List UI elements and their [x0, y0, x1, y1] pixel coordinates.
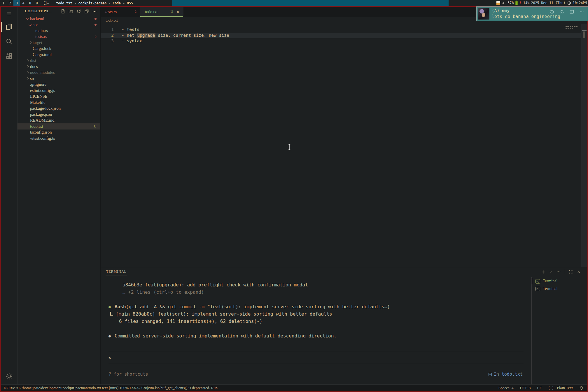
- sync-icon[interactable]: [559, 9, 564, 14]
- new-folder-icon[interactable]: [69, 9, 73, 14]
- line-number-active: 2: [101, 33, 114, 38]
- tray-thumbnail-icon: [496, 1, 500, 5]
- explorer-icon[interactable]: [1, 20, 17, 34]
- system-bar: 1 2 3 4 8 9 []= todo.txt - cockpit-pacma…: [0, 0, 588, 6]
- system-status: 57% ! 14% 2025 Dec 11 (Thu) 10:24PM: [496, 0, 587, 6]
- tab-problem-badge: 2: [135, 10, 136, 14]
- editor[interactable]: 1 - tests 2 - net upgrade size, current …: [101, 24, 587, 267]
- terminal-output[interactable]: a846b3e feat(upgrade): add preflight che…: [101, 277, 531, 384]
- tree-item-eslint-config[interactable]: eslint.config.js: [18, 88, 100, 94]
- tool-bullet-icon: ●: [108, 303, 115, 310]
- terminal-tab[interactable]: TERMINAL: [106, 268, 127, 276]
- chevron-right-icon: [27, 42, 33, 44]
- tree-item-package-json[interactable]: package.json: [18, 111, 100, 118]
- tree-item-src-root[interactable]: src: [18, 76, 100, 82]
- call-overlay[interactable]: (A) emy lets do banana engineering: [476, 6, 588, 21]
- terminal-assistant-message: ●Committed server-side sorting implement…: [108, 332, 531, 340]
- caller-message: lets do banana engineering: [492, 14, 560, 20]
- search-icon[interactable]: [1, 34, 17, 49]
- vscode-window: COCKPIT-PA... backend src main.rs tests.…: [0, 6, 588, 392]
- scrollbar-thumb[interactable]: [583, 32, 585, 38]
- tree-item-src[interactable]: src: [18, 22, 100, 28]
- language-mode[interactable]: Plain Text: [557, 386, 573, 390]
- tree-item-license[interactable]: LICENSE: [18, 94, 100, 100]
- tree-item-makefile[interactable]: Makefile: [18, 99, 100, 106]
- workspace-tag-9[interactable]: 9: [34, 0, 40, 6]
- tree-item-dist[interactable]: dist: [18, 58, 100, 64]
- tree-item-cargo-toml[interactable]: Cargo.toml: [18, 52, 100, 58]
- tree-item-main-rs[interactable]: main.rs: [18, 28, 100, 34]
- prompt-input[interactable]: >: [108, 352, 531, 364]
- layout-symbol[interactable]: []=: [40, 1, 52, 5]
- maximize-panel-icon[interactable]: [569, 270, 573, 274]
- refresh-icon[interactable]: [76, 9, 81, 14]
- vim-status-text[interactable]: NORMAL /home/josie/development/cockpit-p…: [4, 386, 218, 390]
- workspace-tag-8[interactable]: 8: [27, 0, 34, 6]
- eol-setting[interactable]: LF: [537, 386, 542, 390]
- close-panel-icon[interactable]: [577, 270, 581, 274]
- mouse-text-cursor: [287, 144, 291, 150]
- editor-scrollbar[interactable]: [581, 24, 587, 267]
- tree-item-target[interactable]: target: [18, 40, 100, 46]
- modified-dot: [94, 18, 97, 20]
- battery-percent: 14%: [523, 1, 529, 5]
- more-icon[interactable]: [579, 9, 584, 14]
- problem-count-badge: 2: [95, 34, 97, 39]
- workspace-tag-3-active[interactable]: 3: [13, 0, 20, 6]
- tree-item-vitest-config[interactable]: vitest.config.ts: [18, 135, 100, 141]
- close-tab-icon[interactable]: ×: [176, 9, 180, 15]
- chevron-right-icon: [25, 78, 30, 80]
- settings-gear-icon[interactable]: [1, 370, 17, 383]
- terminal-instance-active[interactable]: >_Terminal: [532, 277, 587, 285]
- workspace-tag-4[interactable]: 4: [20, 0, 27, 6]
- indentation-setting[interactable]: Spaces: 4: [498, 386, 513, 390]
- file-context-icon: [489, 373, 492, 376]
- more-actions-icon[interactable]: [92, 9, 97, 14]
- titlebar-fill: [172, 0, 449, 6]
- tab-tests-rs[interactable]: tests.rs 2: [101, 7, 140, 17]
- context-indicator[interactable]: In todo.txt: [489, 372, 523, 377]
- project-title[interactable]: COCKPIT-PA...: [25, 9, 52, 13]
- tree-item-tsconfig[interactable]: tsconfig.json: [18, 130, 100, 136]
- encoding-setting[interactable]: UTF-8: [520, 386, 531, 390]
- shortcuts-hint: ? for shortcuts: [108, 372, 148, 377]
- volume-icon: [502, 1, 506, 5]
- avatar: [478, 8, 489, 20]
- code-line-2-current: 2 - net upgrade size, current size, new …: [101, 33, 581, 38]
- terminal-icon: >_: [536, 279, 540, 284]
- collapse-all-icon[interactable]: [84, 9, 89, 14]
- tree-item-docs[interactable]: docs: [18, 64, 100, 70]
- battery-icon: [515, 1, 518, 5]
- overview-ruler-mark: [582, 30, 587, 31]
- panel-more-icon[interactable]: [556, 270, 561, 274]
- new-file-icon[interactable]: [61, 9, 65, 14]
- minimap[interactable]: [566, 26, 580, 29]
- workspace-tag-2[interactable]: 2: [7, 0, 13, 6]
- tree-item-tests-rs[interactable]: tests.rs2: [18, 34, 100, 40]
- workspace-tag-1[interactable]: 1: [0, 0, 7, 6]
- tree-item-node-modules[interactable]: node_modules: [18, 70, 100, 76]
- terminal-bash-output-2: 6 files changed, 141 insertions(+), 62 d…: [108, 318, 531, 325]
- tree-item-readme[interactable]: README.md: [18, 118, 100, 124]
- input-divider: [108, 364, 524, 364]
- extensions-icon[interactable]: [1, 49, 17, 63]
- git-status-badge: U: [94, 124, 97, 129]
- terminal-bash-command: ●Bash(git add -A && git commit -m "feat(…: [108, 303, 531, 310]
- date-text: 2025 Dec 11 (Thu): [531, 1, 566, 5]
- notifications-bell-icon[interactable]: [579, 386, 584, 390]
- result-connector-icon: [110, 312, 113, 316]
- terminal-instance[interactable]: >_Terminal: [532, 285, 587, 293]
- new-terminal-icon[interactable]: [541, 270, 545, 274]
- terminal-icon: >_: [536, 287, 540, 291]
- terminal-dropdown-chevron-icon[interactable]: [549, 270, 552, 274]
- tree-item-backend[interactable]: backend: [18, 16, 100, 22]
- tree-item-todo-txt-selected[interactable]: todo.txtU: [18, 123, 100, 130]
- tree-item-cargo-lock[interactable]: Cargo.lock: [18, 46, 100, 52]
- menu-button[interactable]: [1, 8, 17, 20]
- history-icon[interactable]: [550, 9, 554, 14]
- split-window-icon[interactable]: [569, 9, 574, 14]
- tree-item-gitignore[interactable]: .gitignore: [18, 82, 100, 88]
- tree-item-package-lock[interactable]: package-lock.json: [18, 106, 100, 112]
- chevron-down-icon: [25, 18, 30, 20]
- tab-todo-txt-active[interactable]: todo.txt U ×: [140, 7, 183, 17]
